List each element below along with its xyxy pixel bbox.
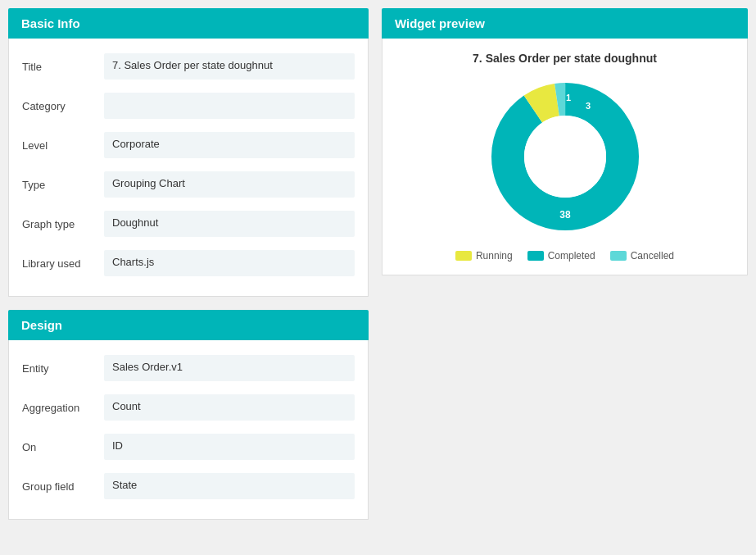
legend-label-cancelled: Cancelled xyxy=(631,250,674,262)
label-running: 3 xyxy=(585,101,590,111)
design-body: Entity Sales Order.v1 Aggregation Count … xyxy=(8,340,369,520)
chart-title: 7. Sales Order per state doughnut xyxy=(396,52,734,65)
form-row-on: On ID xyxy=(22,427,355,466)
form-row-library: Library used Charts.js xyxy=(22,243,355,283)
right-panel: Widget preview 7. Sales Order per state … xyxy=(382,8,748,275)
donut-svg: 38 3 1 xyxy=(483,75,647,239)
donut-chart: 38 3 1 xyxy=(483,75,647,239)
form-row-entity: Entity Sales Order.v1 xyxy=(22,348,355,388)
basic-info-section: Basic Info Title 7. Sales Order per stat… xyxy=(8,8,369,297)
form-row-title: Title 7. Sales Order per state doughnut xyxy=(22,47,355,86)
legend-completed: Completed xyxy=(527,250,595,262)
legend-color-completed xyxy=(527,251,544,261)
basic-info-header: Basic Info xyxy=(8,8,369,39)
main-layout: Basic Info Title 7. Sales Order per stat… xyxy=(8,8,748,520)
basic-info-body: Title 7. Sales Order per state doughnut … xyxy=(8,39,369,297)
widget-preview-title: Widget preview xyxy=(395,16,485,30)
value-library[interactable]: Charts.js xyxy=(104,250,355,276)
center-hole xyxy=(524,116,606,198)
value-aggregation[interactable]: Count xyxy=(104,394,355,421)
label-category: Category xyxy=(22,100,104,112)
widget-preview-box: 7. Sales Order per state doughnut xyxy=(382,39,748,275)
label-graph-type: Graph type xyxy=(22,218,104,230)
basic-info-title: Basic Info xyxy=(21,16,80,30)
legend-color-running xyxy=(455,251,472,261)
label-aggregation: Aggregation xyxy=(22,402,104,414)
label-group-field: Group field xyxy=(22,480,104,493)
legend-label-completed: Completed xyxy=(548,250,595,262)
value-on[interactable]: ID xyxy=(104,434,355,460)
design-title: Design xyxy=(21,318,62,332)
label-level: Level xyxy=(22,139,104,152)
chart-legend: Running Completed Cancelled xyxy=(455,250,674,262)
value-title[interactable]: 7. Sales Order per state doughnut xyxy=(104,53,355,80)
value-group-field[interactable]: State xyxy=(104,473,355,499)
legend-cancelled: Cancelled xyxy=(610,250,674,262)
legend-color-cancelled xyxy=(610,251,627,261)
form-row-aggregation: Aggregation Count xyxy=(22,388,355,427)
form-row-level: Level Corporate xyxy=(22,125,355,165)
label-title: Title xyxy=(22,61,104,73)
value-category[interactable] xyxy=(104,93,355,119)
legend-running: Running xyxy=(455,250,513,262)
left-panel: Basic Info Title 7. Sales Order per stat… xyxy=(8,8,369,520)
chart-container: 38 3 1 Running Completed xyxy=(396,75,734,262)
form-row-group-field: Group field State xyxy=(22,466,355,506)
label-type: Type xyxy=(22,179,104,191)
widget-preview-header: Widget preview xyxy=(382,8,748,39)
form-row-graph-type: Graph type Doughnut xyxy=(22,204,355,243)
value-type[interactable]: Grouping Chart xyxy=(104,171,355,198)
value-entity[interactable]: Sales Order.v1 xyxy=(104,355,355,381)
label-completed: 38 xyxy=(559,209,571,221)
design-section: Design Entity Sales Order.v1 Aggregation… xyxy=(8,310,369,520)
value-graph-type[interactable]: Doughnut xyxy=(104,211,355,237)
form-row-category: Category xyxy=(22,86,355,125)
label-on: On xyxy=(22,441,104,453)
label-cancelled: 1 xyxy=(565,93,570,102)
form-row-type: Type Grouping Chart xyxy=(22,165,355,204)
value-level[interactable]: Corporate xyxy=(104,132,355,158)
legend-label-running: Running xyxy=(476,250,513,262)
label-library: Library used xyxy=(22,257,104,270)
design-header: Design xyxy=(8,310,369,340)
label-entity: Entity xyxy=(22,362,104,375)
